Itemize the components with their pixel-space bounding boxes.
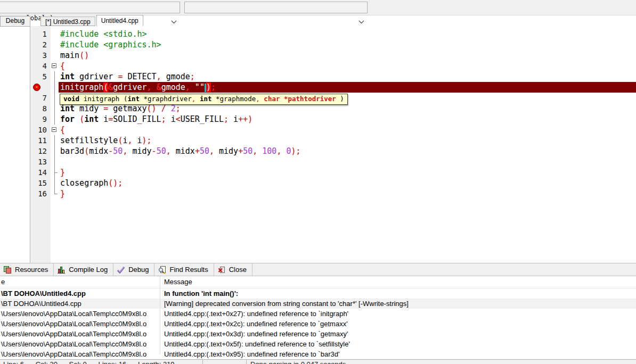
tab-resources[interactable]: Resources [0,263,54,276]
bracket-highlight: ) [206,82,211,92]
code-line[interactable]: int gdriver = DETECT, gmode; [59,71,636,82]
file-cell: \Users\lenovo\AppData\Local\Temp\cc0M9x8… [1,329,146,339]
close-icon [217,266,229,274]
gutter-row: 5 [31,71,51,82]
result-row[interactable]: \Users\lenovo\AppData\Local\Temp\cc0M9x8… [0,339,636,349]
fold-toggle[interactable] [51,125,59,135]
message-cell: Untitled4.cpp:(.text+0x95): undefined re… [164,349,340,359]
file-cell: \Users\lenovo\AppData\Local\Temp\cc0M9x8… [1,309,146,319]
message-column-header: Message [164,276,192,288]
fold-line [51,146,59,156]
file-cell: \BT DOHOA\Untitled4.cpp [1,299,81,309]
code-line[interactable]: #include <stdio.h> [59,29,636,39]
gutter-row: 1 [31,29,51,39]
line-number: 3 [43,51,47,60]
result-row[interactable]: \BT DOHOA\Untitled4.cpp[Warning] depreca… [0,299,636,309]
fold-line [51,39,59,50]
result-row[interactable]: \Users\lenovo\AppData\Local\Temp\cc0M9x8… [0,309,636,319]
fold-line [51,178,59,188]
results-table: e Message \BT DOHOA\Untitled4.cppIn func… [0,276,636,359]
file-column-header-fragment: e [1,276,5,288]
error-icon: ✕ [33,84,40,91]
line-number: 16 [38,189,47,198]
fold-line [51,71,59,82]
code-editor[interactable]: 12345✕78910111213141516 #include <stdio.… [31,26,636,263]
code-line[interactable]: setfillstyle(i, i); [59,135,636,146]
file-cell: \Users\lenovo\AppData\Local\Temp\cc0M9x8… [1,339,146,349]
gutter-row: 3 [31,50,51,61]
member-combo[interactable] [184,2,368,13]
message-cell: In function 'int main()': [164,288,238,299]
code-area[interactable]: #include <stdio.h>#include <graphics.h>m… [59,26,636,263]
line-number: 5 [43,72,47,81]
message-cell: Untitled4.cpp:(.text+0x3d): undefined re… [164,329,348,339]
code-line[interactable]: main() [59,50,636,61]
bracket-highlight: ( [103,82,108,92]
tab-label: Find Results [169,266,208,274]
fold-toggle[interactable] [51,61,59,71]
tab-find-results[interactable]: Find Results [154,263,214,276]
editor-tabs: [*] Untitled3.cpp Untitled4.cpp [40,15,144,26]
message-cell: Untitled4.cpp:(.text+0x27): undefined re… [164,309,348,319]
message-cell: Untitled4.cpp:(.text+0x5f): undefined re… [164,339,350,349]
fold-line [51,114,59,125]
gutter-row: 7 [31,93,51,103]
code-line[interactable]: int midy = getmaxy() / 2; [59,103,636,114]
code-line[interactable]: closegraph(); [59,178,636,188]
fold-line [51,50,59,61]
fold-line [51,156,59,167]
line-number: 13 [38,158,47,166]
report-tab-bar: ResourcesCompile LogDebugFind ResultsClo… [0,263,636,276]
tab-untitled4[interactable]: Untitled4.cpp [96,15,143,26]
left-panel[interactable] [0,26,30,263]
status-parse-info: Done parsing in 0.047 seconds [250,360,346,364]
line-number: 11 [38,136,47,145]
result-row[interactable]: \Users\lenovo\AppData\Local\Temp\cc0M9x8… [0,329,636,339]
code-line[interactable]: } [59,188,636,199]
result-row[interactable]: \BT DOHOA\Untitled4.cppIn function 'int … [0,288,636,299]
find-results-icon [158,266,169,274]
line-number: 14 [38,168,47,177]
message-cell: Untitled4.cpp:(.text+0x2c): undefined re… [164,319,348,329]
line-number: 7 [43,94,47,102]
fold-margin [51,26,59,263]
code-line[interactable]: for (int i=SOLID_FILL; i<USER_FILL; i++) [59,114,636,125]
code-line[interactable]: { [59,61,636,71]
fold-line [51,188,59,199]
message-cell: [Warning] deprecated conversion from str… [164,299,409,309]
code-tooltip: void initgraph (int *graphdriver, int *g… [60,94,348,105]
left-panel-tab-debug[interactable]: Debug [0,16,30,26]
code-line[interactable]: initgraph(&gdriver, &gmode, ""); [59,82,636,93]
scope-combo[interactable]: globals) [0,2,180,13]
tab-compile-log[interactable]: Compile Log [54,263,113,276]
tab-close[interactable]: Close [214,263,252,276]
line-number: 1 [43,30,47,38]
code-line[interactable]: } [59,167,636,178]
tab-untitled3[interactable]: [*] Untitled3.cpp [40,16,95,26]
fold-line [51,135,59,146]
tab-bar: Debug [*] Untitled3.cpp Untitled4.cpp [0,15,636,26]
file-cell: \BT DOHOA\Untitled4.cpp [1,288,86,299]
gutter-row: 4 [31,61,51,71]
debug-icon [117,266,128,274]
result-row[interactable]: \Users\lenovo\AppData\Local\Temp\cc0M9x8… [0,319,636,329]
results-rows: \BT DOHOA\Untitled4.cppIn function 'int … [0,288,636,359]
code-line[interactable]: bar3d(midx-50, midy-50, midx+50, midy+50… [59,146,636,156]
code-line[interactable]: #include <graphics.h> [59,39,636,50]
status-divider [246,360,247,364]
code-line[interactable]: { [59,125,636,135]
result-row[interactable]: \Users\lenovo\AppData\Local\Temp\cc0M9x8… [0,349,636,359]
column-divider [160,276,160,354]
code-line[interactable] [59,156,636,167]
line-number: 12 [38,147,47,155]
line-number: 10 [38,126,47,134]
gutter-row: 2 [31,39,51,50]
tab-debug[interactable]: Debug [113,263,154,276]
fold-line [51,93,59,103]
line-number: 8 [43,104,47,113]
resources-icon [3,266,15,274]
line-number: 4 [43,62,47,70]
fold-line [51,82,59,93]
gutter-row: 13 [31,156,51,167]
fold-line [51,167,59,178]
